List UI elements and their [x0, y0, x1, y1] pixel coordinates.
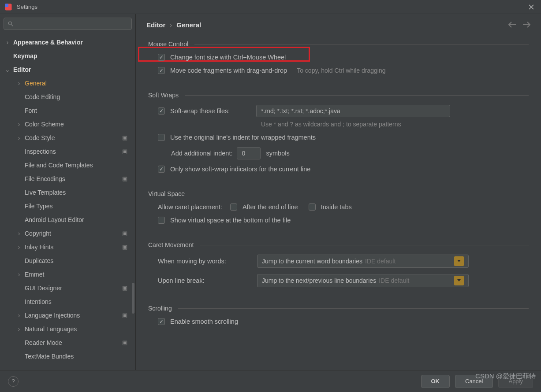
sidebar-item-label: Keymap — [13, 52, 37, 59]
sidebar-item-copyright[interactable]: ›Copyright▣ — [0, 226, 135, 240]
virtual-bottom-label: Show virtual space at the bottom of the … — [170, 217, 291, 224]
virtual-bottom-checkbox[interactable] — [158, 217, 165, 224]
chevron-right-icon: › — [16, 244, 22, 251]
sidebar-item-live-templates[interactable]: Live Templates — [0, 185, 135, 199]
original-indent-checkbox[interactable] — [158, 134, 165, 141]
sidebar-item-natural-languages[interactable]: ›Natural Languages — [0, 322, 135, 336]
sidebar-item-code-style[interactable]: ›Code Style▣ — [0, 131, 135, 144]
soft-wrap-files-input[interactable] — [256, 105, 450, 117]
section-soft-wraps: Soft Wraps — [148, 92, 179, 99]
sidebar-item-general[interactable]: ›General — [0, 76, 135, 90]
sidebar-item-language-injections[interactable]: ›Language Injections▣ — [0, 308, 135, 322]
soft-wrap-files-checkbox[interactable] — [158, 107, 165, 115]
help-button[interactable]: ? — [8, 376, 19, 387]
sidebar-item-duplicates[interactable]: Duplicates — [0, 254, 135, 267]
sidebar-item-label: Live Templates — [25, 189, 66, 196]
section-caret-movement: Caret Movement — [148, 241, 194, 248]
sidebar-item-font[interactable]: Font — [0, 104, 135, 117]
sidebar-item-label: Natural Languages — [25, 325, 77, 333]
sidebar-item-emmet[interactable]: ›Emmet — [0, 267, 135, 281]
settings-tree: ›Appearance & BehaviorKeymap⌄Editor›Gene… — [0, 33, 135, 370]
soft-wrap-hint: Use * and ? as wildcards and ; to separa… — [261, 121, 529, 128]
sidebar-item-file-types[interactable]: File Types — [0, 199, 135, 213]
search-icon — [7, 21, 14, 27]
sidebar-item-code-editing[interactable]: Code Editing — [0, 90, 135, 104]
sidebar-item-label: File Encodings — [25, 175, 65, 182]
svg-point-2 — [8, 22, 11, 25]
settings-panel: Mouse Control Change font size with Ctrl… — [136, 35, 541, 370]
sidebar-item-label: Inspections — [25, 148, 56, 155]
dialog-footer: ? OK Cancel Apply — [0, 370, 541, 392]
change-font-size-checkbox[interactable] — [158, 54, 165, 61]
sidebar-item-reader-mode[interactable]: Reader Mode▣ — [0, 336, 135, 349]
after-eol-checkbox[interactable] — [230, 203, 237, 211]
sidebar-item-label: Copyright — [25, 230, 51, 237]
close-button[interactable] — [526, 2, 537, 12]
project-settings-icon: ▣ — [122, 230, 127, 237]
move-code-drag-label: Move code fragments with drag-and-drop — [170, 67, 287, 74]
inside-tabs-checkbox[interactable] — [309, 203, 316, 211]
sidebar-scrollbar[interactable] — [132, 283, 134, 314]
chevron-right-icon: › — [16, 230, 22, 237]
breadcrumb-general: General — [176, 21, 201, 29]
nav-back-icon[interactable] — [508, 22, 516, 28]
nav-forward-icon[interactable] — [522, 22, 530, 28]
add-indent-label: Add additional indent: — [171, 150, 232, 157]
cancel-button[interactable]: Cancel — [455, 375, 493, 388]
inside-tabs-label: Inside tabs — [321, 203, 352, 211]
sidebar-item-editor[interactable]: ⌄Editor — [0, 63, 135, 76]
chevron-right-icon: › — [16, 121, 22, 128]
sidebar-item-label: General — [25, 80, 47, 87]
after-eol-label: After the end of line — [243, 203, 298, 211]
title-bar: Settings — [0, 0, 541, 14]
sidebar-item-file-and-code-templates[interactable]: File and Code Templates — [0, 158, 135, 172]
sidebar-item-gui-designer[interactable]: GUI Designer▣ — [0, 281, 135, 295]
sidebar-item-label: File and Code Templates — [25, 162, 93, 169]
sidebar-item-label: Code Style — [25, 134, 55, 141]
sidebar-item-label: Language Injections — [25, 312, 80, 319]
app-logo-icon — [4, 3, 12, 11]
sidebar-item-intentions[interactable]: Intentions — [0, 295, 135, 308]
project-settings-icon: ▣ — [122, 244, 127, 250]
project-settings-icon: ▣ — [122, 134, 127, 141]
sidebar-item-keymap[interactable]: Keymap — [0, 49, 135, 63]
line-break-dropdown[interactable]: Jump to the next/previous line boundarie… — [257, 274, 469, 287]
project-settings-icon: ▣ — [122, 175, 127, 182]
sidebar-item-textmate-bundles[interactable]: TextMate Bundles — [0, 349, 135, 363]
sidebar-item-label: Font — [25, 107, 37, 114]
only-current-line-checkbox[interactable] — [158, 166, 165, 173]
sidebar-item-inspections[interactable]: Inspections▣ — [0, 144, 135, 158]
soft-wrap-files-label: Soft-wrap these files: — [170, 107, 256, 115]
breadcrumb-editor[interactable]: Editor — [146, 21, 165, 29]
smooth-scrolling-label: Enable smooth scrolling — [170, 318, 238, 325]
sidebar-item-inlay-hints[interactable]: ›Inlay Hints▣ — [0, 240, 135, 254]
sidebar-item-label: Intentions — [25, 298, 52, 305]
sidebar-item-android-layout-editor[interactable]: Android Layout Editor — [0, 213, 135, 226]
sidebar-item-label: Editor — [13, 66, 31, 73]
chevron-right-icon: › — [16, 134, 22, 141]
ok-button[interactable]: OK — [421, 375, 450, 388]
sidebar-item-file-encodings[interactable]: File Encodings▣ — [0, 172, 135, 185]
add-indent-input[interactable] — [237, 147, 261, 159]
sidebar-item-label: Code Editing — [25, 93, 60, 100]
sidebar-item-appearance-behavior[interactable]: ›Appearance & Behavior — [0, 35, 135, 49]
change-font-size-label: Change font size with Ctrl+Mouse Wheel — [170, 54, 286, 61]
apply-button[interactable]: Apply — [498, 375, 533, 388]
move-code-drag-checkbox[interactable] — [158, 67, 165, 74]
chevron-right-icon: › — [16, 325, 22, 333]
sidebar-item-label: GUI Designer — [25, 285, 62, 292]
sidebar-item-label: Appearance & Behavior — [13, 39, 83, 46]
smooth-scrolling-checkbox[interactable] — [158, 318, 165, 325]
chevron-right-icon: › — [16, 80, 22, 87]
sidebar-item-color-scheme[interactable]: ›Color Scheme — [0, 117, 135, 131]
svg-line-3 — [11, 25, 13, 26]
chevron-down-icon: ⌄ — [4, 66, 11, 73]
sidebar-search-input[interactable] — [4, 18, 132, 30]
symbols-label: symbols — [266, 150, 289, 157]
only-current-line-label: Only show soft-wrap indicators for the c… — [170, 166, 310, 173]
original-indent-label: Use the original line's indent for wrapp… — [170, 134, 316, 141]
sidebar-item-label: Inlay Hints — [25, 244, 53, 251]
section-virtual-space: Virtual Space — [148, 190, 185, 197]
chevron-right-icon: › — [16, 312, 22, 319]
by-words-dropdown[interactable]: Jump to the current word boundaries IDE … — [257, 255, 469, 268]
